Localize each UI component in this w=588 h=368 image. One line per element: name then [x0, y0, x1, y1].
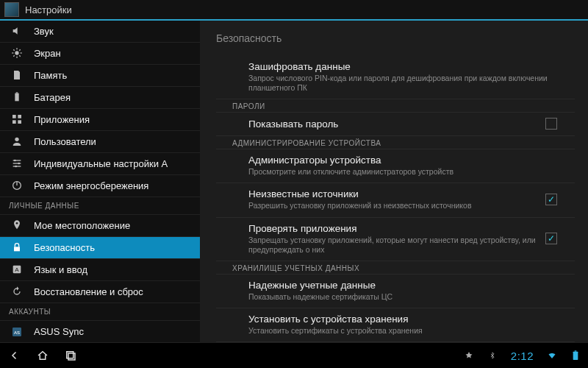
settings-row-title: Проверять приложения — [248, 223, 538, 234]
sidebar-item-sd[interactable]: Память — [0, 65, 200, 87]
svg-text:A: A — [15, 267, 19, 274]
svg-rect-14 — [18, 121, 21, 124]
detail-section-header: ХРАНИЛИЩЕ УЧЕТНЫХ ДАННЫХ — [216, 261, 575, 275]
svg-point-24 — [16, 222, 18, 224]
volume-icon — [10, 24, 24, 38]
svg-point-19 — [14, 160, 16, 162]
settings-row-subtitle: Просмотрите или отключите администраторо… — [248, 167, 550, 177]
sidebar-item-label: Память — [34, 70, 67, 81]
sidebar-item-label: Пользователи — [34, 136, 96, 147]
bluetooth-icon — [487, 350, 498, 361]
asus-icon: AS — [10, 325, 24, 339]
settings-app-icon — [4, 2, 19, 17]
settings-row-subtitle: Разрешить установку приложений из неизве… — [248, 201, 538, 210]
sidebar-section-accounts: АККАУНТЫ — [0, 303, 200, 321]
settings-row[interactable]: Неизвестные источникиРазрешить установку… — [216, 183, 575, 217]
sidebar-section-personal: ЛИЧНЫЕ ДАННЫЕ — [0, 197, 200, 215]
brightness-icon — [10, 46, 24, 60]
battery-icon — [10, 91, 24, 104]
checkbox[interactable]: ✓ — [545, 118, 557, 130]
sidebar-item-label: Индивидуальные настройки A — [34, 158, 168, 169]
settings-sidebar: ЗвукЭкранПамятьБатареяПриложенияПользова… — [0, 21, 200, 343]
battery-icon — [570, 350, 581, 361]
settings-row[interactable]: Надежные учетные данныеПоказывать надежн… — [216, 275, 575, 308]
settings-row-title: Надежные учетные данные — [248, 280, 550, 291]
settings-row-title: Установить с устройства хранения — [248, 314, 550, 325]
svg-point-15 — [15, 138, 18, 141]
settings-row-subtitle: Показывать надежные сертификаты ЦС — [248, 292, 550, 302]
svg-rect-13 — [12, 121, 16, 124]
sidebar-item-volume[interactable]: Звук — [0, 21, 200, 43]
apps-icon — [10, 113, 24, 126]
sidebar-item-asus[interactable]: ASASUS Sync — [0, 321, 200, 343]
svg-text:AS: AS — [14, 330, 20, 334]
svg-rect-25 — [14, 247, 20, 252]
power-icon — [10, 179, 24, 192]
settings-row-title: Неизвестные источники — [248, 188, 538, 199]
home-button[interactable] — [35, 348, 50, 363]
settings-row[interactable]: Установить с устройства храненияУстанови… — [216, 308, 575, 342]
sidebar-item-tune[interactable]: Индивидуальные настройки A — [0, 153, 200, 175]
sidebar-item-label: Приложения — [34, 114, 90, 125]
reset-icon — [10, 285, 24, 298]
svg-rect-12 — [18, 115, 21, 118]
svg-rect-32 — [573, 352, 578, 360]
checkbox[interactable]: ✓ — [545, 194, 557, 205]
svg-rect-9 — [15, 93, 18, 102]
sidebar-item-lang[interactable]: AЯзык и ввод — [0, 259, 200, 281]
settings-row[interactable]: Проверять приложенияЗапрещать установку … — [216, 218, 575, 261]
detail-title: Безопасность — [200, 25, 588, 56]
svg-rect-33 — [575, 350, 577, 351]
settings-row[interactable]: Показывать пароль✓ — [216, 113, 575, 136]
settings-row-subtitle: Запрещать установку приложений, которые … — [248, 236, 538, 255]
settings-row-subtitle: Установить сертификаты с устройства хран… — [248, 326, 550, 336]
location-icon — [10, 219, 24, 232]
sidebar-item-power[interactable]: Режим энергосбережения — [0, 175, 200, 197]
app-title: Настройки — [25, 4, 72, 15]
sidebar-item-label: ASUS Sync — [34, 326, 84, 337]
sidebar-item-label: Звук — [34, 26, 54, 37]
recent-apps-button[interactable] — [63, 348, 78, 363]
svg-line-6 — [19, 56, 20, 57]
sd-icon — [10, 68, 24, 82]
sidebar-item-label: Безопасность — [34, 242, 95, 253]
sidebar-item-label: Режим энергосбережения — [34, 180, 148, 191]
sidebar-item-label: Экран — [34, 48, 61, 59]
tune-icon — [10, 157, 24, 170]
user-icon — [10, 135, 24, 148]
svg-rect-10 — [16, 93, 18, 93]
sidebar-item-battery[interactable]: Батарея — [0, 87, 200, 109]
checkbox[interactable]: ✓ — [545, 233, 557, 244]
status-clock[interactable]: 2:12 — [511, 350, 534, 362]
svg-rect-30 — [67, 352, 74, 358]
sidebar-item-apps[interactable]: Приложения — [0, 109, 200, 131]
svg-line-7 — [13, 56, 14, 57]
settings-row-title: Показывать пароль — [248, 118, 538, 130]
settings-row-subtitle: Запрос числового PIN-кода или пароля для… — [248, 74, 550, 93]
sidebar-item-lock[interactable]: Безопасность — [0, 237, 200, 259]
wifi-icon — [547, 350, 557, 361]
detail-section-header: ПАРОЛИ — [216, 99, 575, 113]
svg-point-21 — [15, 166, 17, 168]
detail-pane: Безопасность Зашифровать данныеЗапрос чи… — [200, 21, 588, 343]
svg-line-5 — [13, 50, 14, 51]
settings-row-title: Зашифровать данные — [248, 61, 550, 72]
svg-rect-11 — [12, 115, 16, 118]
svg-line-8 — [19, 50, 20, 51]
svg-point-0 — [15, 52, 18, 55]
svg-rect-31 — [68, 353, 75, 360]
settings-row-title: Администраторы устройства — [248, 155, 550, 166]
sidebar-item-label: Язык и ввод — [34, 264, 87, 275]
sidebar-item-reset[interactable]: Восстановление и сброс — [0, 281, 200, 303]
sidebar-item-location[interactable]: Мое местоположение — [0, 215, 200, 237]
notification-icon[interactable] — [464, 350, 474, 361]
settings-row[interactable]: Зашифровать данныеЗапрос числового PIN-к… — [216, 56, 575, 99]
sidebar-item-brightness[interactable]: Экран — [0, 43, 200, 65]
back-button[interactable] — [7, 348, 22, 363]
sidebar-item-label: Восстановление и сброс — [34, 286, 143, 297]
sidebar-item-label: Мое местоположение — [34, 220, 130, 231]
svg-point-20 — [18, 163, 20, 165]
sidebar-item-label: Батарея — [34, 92, 71, 103]
settings-row[interactable]: Администраторы устройстваПросмотрите или… — [216, 149, 575, 183]
sidebar-item-user[interactable]: Пользователи — [0, 131, 200, 153]
